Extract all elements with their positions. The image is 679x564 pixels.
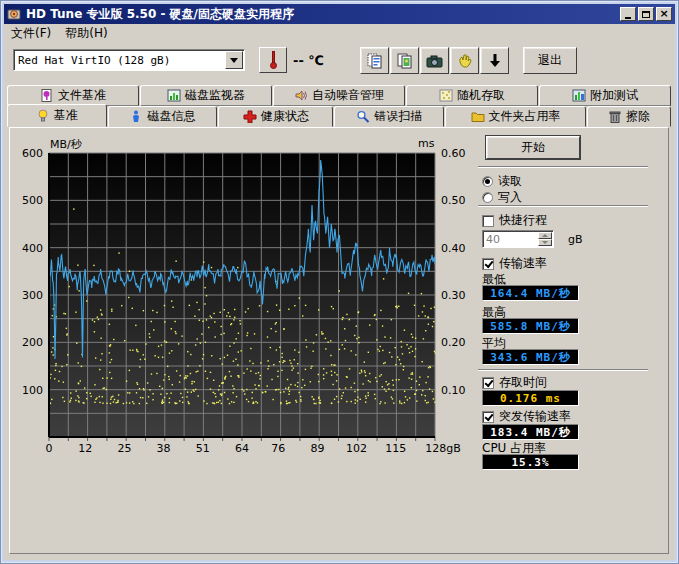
max-value-box: 585.8 MB/秒 bbox=[482, 318, 579, 334]
tab-disk-monitor[interactable]: 磁盘监视器 bbox=[140, 85, 272, 106]
tab-folder-usage[interactable]: 文件夹占用率 bbox=[445, 106, 586, 127]
tab-control: 文件基准 磁盘监视器 自动噪音管理 随机存取 附加测试 基准 bbox=[7, 85, 672, 127]
minimize-button[interactable] bbox=[620, 7, 636, 21]
write-radio-row[interactable]: 写入 bbox=[482, 189, 522, 206]
extra-tests-icon bbox=[572, 89, 586, 102]
short-stroke-size-field[interactable]: 40 bbox=[482, 230, 554, 248]
benchmark-chart bbox=[48, 152, 436, 442]
benchmark-page: MB/秒 ms 600500400300200100 0.600.500.400… bbox=[9, 127, 669, 554]
read-label: 读取 bbox=[498, 173, 522, 190]
right-tick-label: 0.20 bbox=[441, 336, 466, 349]
y-tick-label: 300 bbox=[22, 289, 43, 302]
speaker-icon bbox=[294, 89, 308, 102]
tab-label: 自动噪音管理 bbox=[312, 87, 384, 104]
avg-value-box: 343.6 MB/秒 bbox=[482, 349, 579, 365]
tab-random-access[interactable]: 随机存取 bbox=[406, 85, 538, 106]
x-tick-label: 115 bbox=[385, 442, 406, 455]
transfer-rate-row[interactable]: 传输速率 bbox=[482, 255, 547, 272]
file-benchmark-icon bbox=[40, 89, 54, 102]
write-label: 写入 bbox=[498, 189, 522, 206]
short-stroke-unit: gB bbox=[568, 233, 583, 246]
min-value-box: 164.4 MB/秒 bbox=[482, 285, 579, 301]
read-radio-row[interactable]: 读取 bbox=[482, 173, 522, 190]
save-button[interactable] bbox=[480, 47, 509, 74]
right-tick-label: 0.50 bbox=[441, 194, 466, 207]
close-icon: × bbox=[659, 8, 668, 19]
menu-help[interactable]: 帮助(H) bbox=[58, 24, 114, 43]
x-tick-label: 102 bbox=[346, 442, 367, 455]
tab-label: 附加测试 bbox=[590, 87, 638, 104]
right-tick-label: 0.40 bbox=[441, 242, 466, 255]
burst-rate-row[interactable]: 突发传输速率 bbox=[482, 408, 571, 425]
tab-aam[interactable]: 自动噪音管理 bbox=[273, 85, 405, 106]
separator bbox=[478, 205, 648, 207]
tab-label: 磁盘监视器 bbox=[185, 87, 245, 104]
temperature-button[interactable] bbox=[259, 47, 287, 73]
drive-select[interactable]: Red Hat VirtIO (128 gB) bbox=[13, 49, 245, 71]
read-radio[interactable] bbox=[482, 176, 493, 187]
exit-button[interactable]: 退出 bbox=[523, 47, 577, 74]
maximize-icon bbox=[642, 11, 650, 18]
access-time-checkbox[interactable] bbox=[482, 377, 494, 389]
health-cross-icon bbox=[243, 110, 257, 123]
write-radio[interactable] bbox=[482, 192, 493, 203]
copy-text-icon bbox=[366, 52, 384, 70]
access-time-value-box: 0.176 ms bbox=[482, 390, 579, 406]
disk-info-icon bbox=[129, 110, 143, 123]
copy-text-button[interactable] bbox=[360, 47, 389, 74]
magnifier-icon bbox=[356, 110, 370, 123]
menu-file[interactable]: 文件(F) bbox=[4, 24, 58, 43]
tab-label: 文件夹占用率 bbox=[489, 108, 561, 125]
access-time-label: 存取时间 bbox=[499, 374, 547, 391]
y-tick-label: 100 bbox=[22, 384, 43, 397]
exit-label: 退出 bbox=[538, 52, 562, 69]
tab-file-benchmark[interactable]: 文件基准 bbox=[7, 85, 139, 106]
tab-label: 磁盘信息 bbox=[147, 108, 195, 125]
hand-icon bbox=[456, 52, 474, 70]
short-stroke-label: 快捷行程 bbox=[499, 212, 547, 229]
spin-down-button[interactable] bbox=[538, 239, 552, 246]
x-tick-label: 128gB bbox=[425, 442, 461, 455]
right-tick-label: 0.30 bbox=[441, 289, 466, 302]
spin-up-icon bbox=[542, 234, 548, 237]
benchmark-lightbulb-icon bbox=[36, 109, 50, 122]
tab-label: 擦除 bbox=[626, 108, 650, 125]
x-tick-label: 64 bbox=[235, 442, 249, 455]
screenshot-button[interactable] bbox=[420, 47, 449, 74]
y-tick-label: 200 bbox=[22, 336, 43, 349]
tab-extra-tests[interactable]: 附加测试 bbox=[539, 85, 671, 106]
right-tick-label: 0.10 bbox=[441, 384, 466, 397]
access-time-row[interactable]: 存取时间 bbox=[482, 374, 547, 391]
cpu-usage-value-box: 15.3% bbox=[482, 454, 579, 470]
close-button[interactable]: × bbox=[656, 7, 672, 21]
chevron-down-icon bbox=[230, 58, 238, 63]
short-stroke-row[interactable]: 快捷行程 bbox=[482, 212, 547, 229]
maximize-button[interactable] bbox=[638, 7, 654, 21]
separator bbox=[478, 369, 648, 371]
tab-label: 文件基准 bbox=[58, 87, 106, 104]
copy-image-button[interactable] bbox=[390, 47, 419, 74]
disk-monitor-icon bbox=[167, 89, 181, 102]
benchmark-controls: 开始 读取 写入 快捷行程 40 gB bbox=[470, 128, 668, 553]
toolbar: Red Hat VirtIO (128 gB) -- ℃ bbox=[4, 42, 675, 80]
options-button[interactable] bbox=[450, 47, 479, 74]
short-stroke-checkbox[interactable] bbox=[482, 215, 494, 227]
drive-select-dropdown-button[interactable] bbox=[225, 51, 243, 69]
right-axis-unit: ms bbox=[418, 137, 434, 150]
thermometer-icon bbox=[270, 51, 276, 69]
tab-error-scan[interactable]: 错误扫描 bbox=[334, 106, 444, 127]
x-tick-label: 12 bbox=[78, 442, 92, 455]
start-button[interactable]: 开始 bbox=[486, 136, 580, 159]
spin-up-button[interactable] bbox=[538, 232, 552, 239]
y-axis-unit: MB/秒 bbox=[50, 137, 82, 152]
app-icon bbox=[7, 7, 22, 21]
tab-erase[interactable]: 擦除 bbox=[587, 106, 671, 127]
burst-rate-checkbox[interactable] bbox=[482, 411, 494, 423]
y-tick-label: 400 bbox=[22, 242, 43, 255]
tab-disk-info[interactable]: 磁盘信息 bbox=[108, 106, 218, 127]
tab-benchmark[interactable]: 基准 bbox=[7, 104, 107, 127]
short-stroke-size-value: 40 bbox=[483, 233, 537, 246]
tab-health[interactable]: 健康状态 bbox=[218, 106, 333, 127]
transfer-rate-checkbox[interactable] bbox=[482, 258, 494, 270]
drive-select-value: Red Hat VirtIO (128 gB) bbox=[14, 54, 224, 67]
